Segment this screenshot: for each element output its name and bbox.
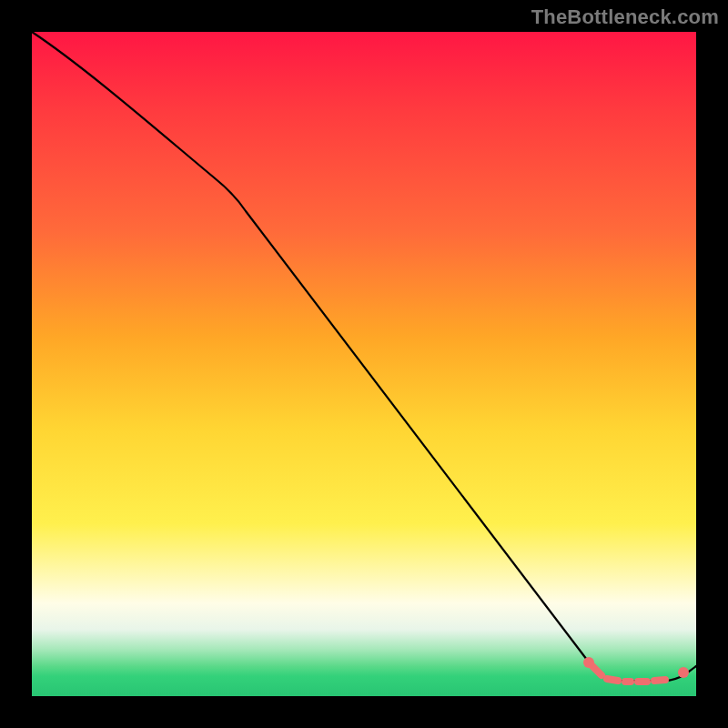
svg-line-5 bbox=[654, 680, 665, 681]
chart-overlay bbox=[32, 32, 696, 696]
svg-line-2 bbox=[607, 679, 618, 681]
chart-frame: TheBottleneck.com bbox=[0, 0, 728, 728]
highlight-markers bbox=[583, 657, 689, 682]
bottleneck-curve bbox=[32, 32, 696, 681]
svg-point-6 bbox=[678, 667, 689, 678]
plot-area bbox=[32, 32, 696, 696]
watermark-label: TheBottleneck.com bbox=[531, 5, 719, 29]
svg-line-1 bbox=[589, 662, 602, 675]
